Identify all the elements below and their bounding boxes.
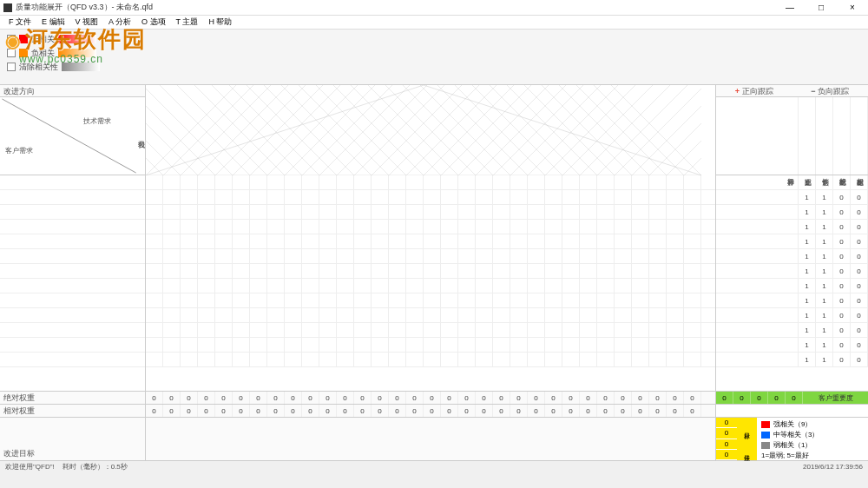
matrix-row[interactable] [146,353,715,367]
right-data-row[interactable]: 1100 [716,249,868,264]
right-data-cell: 1 [816,190,833,204]
sum-cell: 0 [615,405,632,417]
menu-edit[interactable]: E 编辑 [36,16,70,28]
row-label[interactable] [0,264,145,279]
sum-cell: 0 [337,405,354,417]
right-data-row[interactable]: 1100 [716,234,868,249]
sum-cell: 0 [562,392,580,404]
sum-cell: 0 [493,405,510,417]
maximize-button[interactable]: □ [809,1,833,15]
right-data-row[interactable]: 1100 [716,323,868,338]
row-label[interactable] [0,249,145,264]
sum-cell: 0 [528,405,545,417]
neg-corr-gradient [58,49,96,57]
row-label[interactable] [0,190,145,205]
pos-corr-checkbox[interactable] [7,35,16,43]
right-data-cell: 1 [799,338,816,352]
right-data-row[interactable]: 1100 [716,353,868,367]
svg-line-12 [146,85,233,175]
svg-line-25 [354,85,444,175]
neg-corr-checkbox[interactable] [7,49,16,57]
row-label[interactable] [0,220,145,234]
matrix-row[interactable] [146,175,715,190]
yellow-vert-2: 最佳 [737,439,758,461]
svg-line-50 [472,85,562,175]
svg-line-62 [576,85,667,175]
right-data-row[interactable]: 1100 [716,308,868,323]
menu-analysis[interactable]: A 分析 [103,16,136,28]
matrix-row[interactable] [146,249,715,264]
matrix-row[interactable] [146,338,715,353]
right-data-row[interactable]: 1100 [716,264,868,279]
matrix-row[interactable] [146,205,715,220]
menu-help[interactable]: H 帮助 [203,16,237,28]
sum-cell: 0 [684,405,701,417]
right-data-row[interactable]: 1100 [716,279,868,293]
right-data-row[interactable]: 1100 [716,338,868,353]
row-label[interactable] [0,205,145,220]
row-label[interactable] [0,353,145,367]
right-data-cell: 0 [851,293,868,307]
matrix-row[interactable] [146,190,715,205]
ci-cell: 0 [751,392,768,404]
row-label[interactable] [0,323,145,338]
svg-line-40 [385,85,476,175]
right-data-cell: 0 [833,264,851,278]
menubar: F 文件 E 编辑 V 视图 A 分析 O 选项 T 主题 H 帮助 [0,16,868,30]
svg-line-63 [684,85,701,175]
menu-view[interactable]: V 视图 [70,16,104,28]
row-label[interactable] [0,175,145,190]
legend-gray-swatch [761,442,770,449]
right-data-cell: 1 [816,205,833,219]
right-data-row[interactable]: 1100 [716,175,868,190]
row-label[interactable] [0,308,145,323]
status-welcome: 欢迎使用"QFD"! 耗时（毫秒）：0.5秒 [5,462,803,472]
left-row-labels [0,175,145,391]
sum-cell: 0 [424,392,441,404]
svg-line-1 [146,85,236,175]
clear-corr-checkbox[interactable] [7,63,16,71]
window-controls: — □ × [778,1,865,15]
row-label[interactable] [0,234,145,249]
row-label[interactable] [0,279,145,293]
svg-line-55 [615,85,701,175]
relationship-matrix[interactable] [146,175,715,391]
matrix-row[interactable] [146,220,715,234]
matrix-row[interactable] [146,279,715,293]
sum-cell: 0 [319,392,337,404]
row-label[interactable] [0,338,145,353]
matrix-row[interactable] [146,293,715,308]
matrix-row[interactable] [146,264,715,279]
right-data-cell: 0 [851,175,868,189]
minimize-button[interactable]: — [778,1,802,15]
correlation-roof[interactable] [146,85,715,175]
col-cust-target: 客户目标 [781,97,799,175]
matrix-row[interactable] [146,323,715,338]
menu-options[interactable]: O 选项 [136,16,171,28]
svg-line-34 [333,85,424,175]
sum-cell: 0 [458,392,476,404]
sum-cell: 0 [302,405,319,417]
menu-file[interactable]: F 文件 [3,16,36,28]
close-button[interactable]: × [840,1,865,15]
legend-red-swatch [761,421,770,428]
sum-cell: 0 [528,392,545,404]
col-ratio: 比重率 [799,97,816,175]
right-data-cell: 0 [833,293,851,307]
right-data-cell: 1 [816,338,833,352]
right-data-row[interactable]: 1100 [716,293,868,308]
matrix-row[interactable] [146,234,715,249]
svg-line-5 [181,85,271,175]
svg-line-4 [146,85,163,175]
right-data-row[interactable]: 1100 [716,190,868,205]
matrix-row[interactable] [146,308,715,323]
plus-icon: + [735,87,740,96]
right-data-row[interactable]: 1100 [716,220,868,234]
menu-theme[interactable]: T 主题 [171,16,204,28]
right-data-row[interactable]: 1100 [716,205,868,220]
sum-cell: 0 [215,392,233,404]
row-label[interactable] [0,293,145,308]
right-data-cell: 1 [799,308,816,322]
right-data-cell: 1 [799,175,816,189]
sum-cell: 0 [250,392,267,404]
